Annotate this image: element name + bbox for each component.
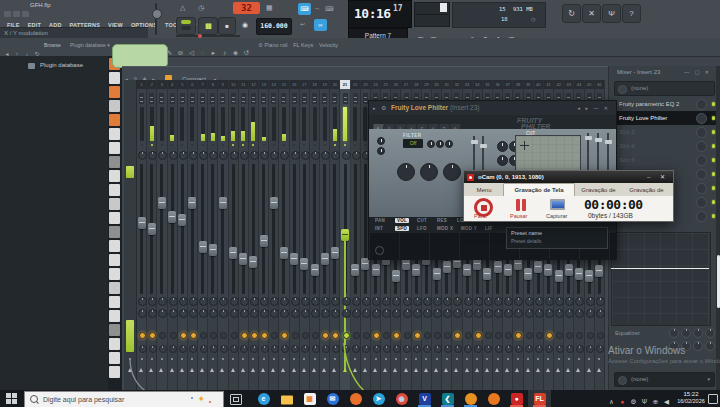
knob-row-a[interactable] <box>372 297 381 306</box>
send-knob[interactable] <box>535 345 543 353</box>
fader-handle[interactable] <box>199 241 207 253</box>
route-arrow[interactable] <box>465 368 469 372</box>
send-knob[interactable] <box>566 345 574 353</box>
breadcrumb-item[interactable]: Velocity <box>319 42 338 48</box>
send-knob[interactable] <box>250 345 258 353</box>
ocam-tab[interactable]: Menu <box>466 184 502 195</box>
fader-handle[interactable] <box>483 268 491 280</box>
send-knob[interactable] <box>179 345 187 353</box>
send-knob[interactable] <box>576 345 584 353</box>
env-target-tab[interactable]: LIF <box>485 226 493 231</box>
route-arrow[interactable] <box>576 368 580 372</box>
stereo-sep-knob[interactable] <box>139 93 144 104</box>
knob-row-b[interactable] <box>433 309 442 318</box>
send-knob[interactable] <box>240 345 248 353</box>
knob-row-b[interactable] <box>199 309 208 318</box>
taskbar-app-fl-studio-window[interactable]: FL <box>528 390 551 407</box>
knob-row-a[interactable] <box>138 297 147 306</box>
stereo-sep-knob[interactable] <box>271 93 276 104</box>
knob-row-b[interactable] <box>179 309 188 318</box>
tray-settings-icon[interactable]: ⚙ <box>628 393 639 407</box>
stereo-sep-knob[interactable] <box>281 93 286 104</box>
mixer-channel-tab[interactable]: 14 <box>269 80 278 89</box>
tray-chevron-icon[interactable]: ∧ <box>606 393 617 407</box>
volume-fader[interactable] <box>191 164 194 294</box>
knob-row-b[interactable] <box>250 309 259 318</box>
fx-enable-led[interactable] <box>712 116 716 120</box>
knob-row-b[interactable] <box>525 309 534 318</box>
knob-row-b[interactable] <box>291 309 300 318</box>
metronome-icon[interactable]: △ <box>180 4 185 12</box>
fader-handle[interactable] <box>260 235 268 247</box>
knob-row-b[interactable] <box>494 309 503 318</box>
mute-led[interactable] <box>251 332 258 339</box>
mute-led[interactable] <box>353 332 360 339</box>
route-arrow[interactable] <box>190 368 194 372</box>
piano-key[interactable] <box>109 366 120 378</box>
piano-key[interactable] <box>109 114 120 126</box>
route-arrow[interactable] <box>281 368 285 372</box>
fx-slot[interactable]: ▸Fruity Love Philter <box>609 111 720 125</box>
taskbar-app-mail[interactable]: ✉ <box>321 390 344 407</box>
pan-knob[interactable] <box>321 151 330 160</box>
mixer-channel-tab[interactable]: 34 <box>473 80 482 89</box>
mixer-channel-strip[interactable]: 20 <box>330 80 340 391</box>
send-knob[interactable] <box>403 345 411 353</box>
fx-mix-knob[interactable] <box>696 183 707 194</box>
ocam-tab[interactable]: Gravação de Áudio <box>623 184 670 195</box>
delete-icon[interactable]: ⊘ <box>175 49 186 57</box>
mixer-channel-tab[interactable]: 30 <box>432 80 441 89</box>
mixer-channel-tab[interactable]: 13 <box>259 80 268 89</box>
route-arrow[interactable] <box>515 368 519 372</box>
wait-icon[interactable]: ◷ <box>198 4 204 12</box>
knob-row-a[interactable] <box>504 297 513 306</box>
eq-mini-knob[interactable] <box>693 328 703 338</box>
piano-key[interactable] <box>109 212 120 224</box>
taskbar-app-fl-studio[interactable] <box>482 390 505 407</box>
hook-icon[interactable]: ↩ <box>300 20 305 27</box>
piano-key[interactable] <box>109 296 120 308</box>
mute-led[interactable] <box>465 332 472 339</box>
fader-handle[interactable] <box>412 264 420 276</box>
undo-icon[interactable]: ↺ <box>241 49 252 57</box>
mixer-channel-tab[interactable]: 18 <box>310 80 319 89</box>
stamp-icon[interactable]: ◈ <box>230 49 241 57</box>
mute-led[interactable] <box>271 332 278 339</box>
capture-icon[interactable] <box>550 199 565 210</box>
mute-led[interactable] <box>231 332 238 339</box>
mute-led[interactable] <box>556 332 563 339</box>
mute-led[interactable] <box>515 332 522 339</box>
stereo-sep-knob[interactable] <box>170 93 175 104</box>
route-arrow[interactable] <box>526 368 530 372</box>
mixer-channel-tab[interactable]: 17 <box>300 80 309 89</box>
fader-handle[interactable] <box>392 270 400 282</box>
mute-led[interactable] <box>332 332 339 339</box>
send-knob[interactable] <box>556 345 564 353</box>
stereo-sep-knob[interactable] <box>332 93 337 104</box>
route-arrow[interactable] <box>210 368 214 372</box>
route-arrow[interactable] <box>231 368 235 372</box>
knob-row-b[interactable] <box>382 309 391 318</box>
stereo-sep-knob[interactable] <box>200 93 205 104</box>
route-arrow[interactable] <box>220 368 224 372</box>
knob-row-a[interactable] <box>494 297 503 306</box>
send-knob[interactable] <box>423 345 431 353</box>
pan-knob[interactable] <box>158 151 167 160</box>
mixer-channel-tab[interactable]: 44 <box>574 80 583 89</box>
fx-enable-led[interactable] <box>712 214 716 218</box>
knob-row-a[interactable] <box>514 297 523 306</box>
mixer-channel-strip[interactable]: 19 <box>320 80 330 391</box>
gear-icon[interactable]: ⚙ <box>381 104 386 111</box>
volume-fader[interactable] <box>323 164 326 294</box>
mixer-channel-tab[interactable]: 9 <box>218 80 227 89</box>
fader-handle[interactable] <box>249 256 257 268</box>
send-knob[interactable] <box>454 345 462 353</box>
fader-handle[interactable] <box>463 264 471 276</box>
volume-fader[interactable] <box>181 164 184 294</box>
mute-led[interactable] <box>526 332 533 339</box>
mixer-channel-tab[interactable]: 24 <box>371 80 380 89</box>
send-knob[interactable] <box>169 345 177 353</box>
mixer-channel-tab[interactable]: 46 <box>595 80 604 89</box>
stop-button[interactable]: ■ <box>218 17 236 35</box>
browser-dropdown[interactable]: Plugin database ▾ <box>70 42 110 48</box>
